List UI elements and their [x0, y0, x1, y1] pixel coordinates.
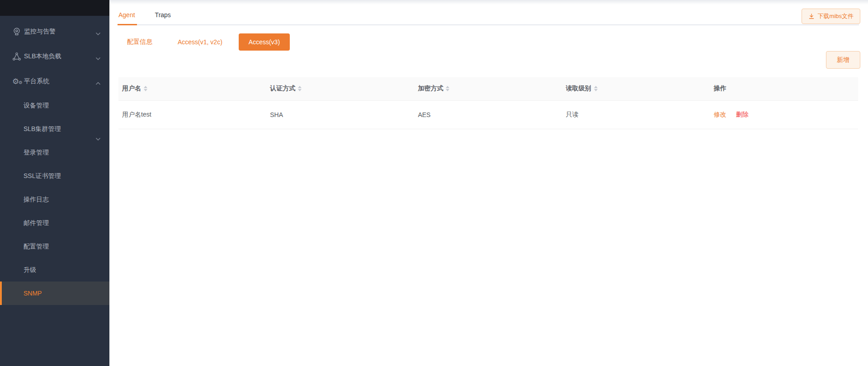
- column-header-access-level[interactable]: 读取级别: [562, 77, 710, 100]
- sidebar-item-snmp[interactable]: SNMP: [0, 282, 109, 305]
- cell-encryption: AES: [414, 100, 562, 129]
- cell-auth-method: SHA: [266, 100, 414, 129]
- main-content: 下载mibs文件 Agent Traps 配置信息 Access(v1, v2c…: [109, 0, 868, 366]
- sidebar-item-label: SLB集群管理: [24, 125, 61, 132]
- column-header-label: 操作: [714, 84, 726, 93]
- chevron-down-icon: [95, 55, 101, 62]
- sidebar-item-label: SNMP: [24, 290, 42, 297]
- sidebar-item-operation-log[interactable]: 操作日志: [0, 188, 109, 211]
- sidebar-item-monitoring-alerts[interactable]: 监控与告警: [0, 19, 109, 44]
- subtabs: 配置信息 Access(v1, v2c) Access(v3): [127, 33, 859, 51]
- chevron-up-icon: [95, 80, 101, 87]
- sidebar-item-label: 登录管理: [24, 149, 49, 156]
- gears-icon: ⚙⚙: [12, 77, 21, 86]
- sidebar-item-config-management[interactable]: 配置管理: [0, 235, 109, 258]
- column-header-label: 读取级别: [566, 84, 591, 93]
- sidebar-item-upgrade[interactable]: 升级: [0, 258, 109, 282]
- snmp-v3-table: 用户名 认证方式 加密方式: [118, 77, 858, 129]
- sidebar-item-platform-system[interactable]: ⚙⚙ 平台系统: [0, 69, 109, 94]
- sidebar-item-slb-local-load[interactable]: SLB本地负载: [0, 44, 109, 69]
- column-header-label: 用户名: [122, 84, 141, 93]
- sidebar-item-label: 平台系统: [24, 77, 49, 85]
- download-button-label: 下载mibs文件: [818, 12, 854, 20]
- chevron-down-icon: [95, 30, 101, 37]
- sidebar-item-ssl-cert-management[interactable]: SSL证书管理: [0, 164, 109, 188]
- sidebar-item-label: SLB本地负载: [24, 52, 61, 61]
- column-header-username[interactable]: 用户名: [118, 77, 266, 100]
- sort-icon[interactable]: [594, 86, 598, 91]
- cell-access-level: 只读: [562, 100, 710, 129]
- sidebar: 监控与告警 SLB本地负载: [0, 0, 109, 366]
- content-top-shadow: [109, 0, 868, 5]
- sidebar-item-label: 设备管理: [24, 102, 49, 109]
- add-button[interactable]: 新增: [826, 51, 860, 69]
- webcam-icon: [12, 27, 21, 36]
- sort-icon[interactable]: [298, 86, 302, 91]
- sidebar-item-label: 监控与告警: [24, 28, 56, 36]
- tab-agent[interactable]: Agent: [118, 11, 135, 24]
- sidebar-item-login-management[interactable]: 登录管理: [0, 141, 109, 164]
- cell-actions: 修改 删除: [710, 100, 858, 129]
- sidebar-item-mail-management[interactable]: 邮件管理: [0, 211, 109, 235]
- sidebar-topbar: [0, 0, 109, 16]
- edit-link[interactable]: 修改: [714, 111, 726, 118]
- cell-username: 用户名test: [118, 100, 266, 129]
- tab-traps[interactable]: Traps: [155, 11, 171, 24]
- table-header-row: 用户名 认证方式 加密方式: [118, 77, 858, 100]
- sidebar-item-label: 配置管理: [24, 243, 49, 250]
- sidebar-item-label: 邮件管理: [24, 219, 49, 226]
- sidebar-item-slb-cluster-management[interactable]: SLB集群管理: [0, 117, 109, 141]
- sort-icon[interactable]: [446, 86, 449, 91]
- column-header-encryption[interactable]: 加密方式: [414, 77, 562, 100]
- table-row: 用户名test SHA AES 只读 修改 删除: [118, 100, 858, 129]
- tabs-bar: Agent Traps: [118, 11, 859, 25]
- subtab-access-v3[interactable]: Access(v3): [239, 33, 290, 51]
- sidebar-item-device-management[interactable]: 设备管理: [0, 94, 109, 117]
- sidebar-item-label: 操作日志: [24, 196, 49, 203]
- subtab-config-info[interactable]: 配置信息: [127, 38, 152, 46]
- add-row: 新增: [118, 51, 860, 69]
- sidebar-menu: 监控与告警 SLB本地负载: [0, 16, 109, 305]
- column-header-label: 加密方式: [418, 84, 443, 93]
- sidebar-item-label: SSL证书管理: [24, 172, 61, 179]
- subtab-access-v1-v2c[interactable]: Access(v1, v2c): [178, 38, 222, 46]
- download-icon: [808, 13, 815, 19]
- share-network-icon: [12, 52, 21, 61]
- column-header-actions: 操作: [710, 77, 858, 100]
- delete-link[interactable]: 删除: [736, 111, 749, 118]
- column-header-label: 认证方式: [270, 84, 295, 93]
- download-mibs-button[interactable]: 下载mibs文件: [802, 9, 860, 24]
- sort-icon[interactable]: [144, 86, 147, 91]
- column-header-auth-method[interactable]: 认证方式: [266, 77, 414, 100]
- sidebar-item-label: 升级: [24, 266, 36, 273]
